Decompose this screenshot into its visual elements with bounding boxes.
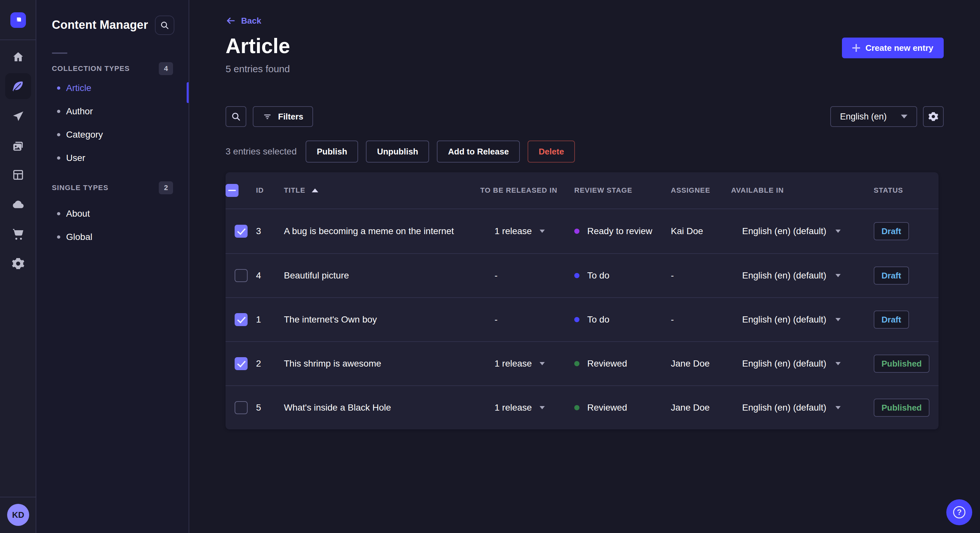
sidebar-item-label: Author	[66, 106, 93, 117]
cell-release[interactable]: -	[480, 270, 574, 281]
publish-button[interactable]: Publish	[305, 141, 358, 163]
cell-status: Draft	[874, 222, 939, 240]
cell-title: This shrimp is awesome	[284, 359, 480, 369]
list-settings-gear-icon[interactable]	[923, 106, 944, 127]
workspace-switcher[interactable]	[0, 0, 36, 40]
sidebar-item-user[interactable]: User	[36, 146, 189, 170]
arrow-left-icon	[226, 16, 236, 26]
layout-icon[interactable]	[5, 162, 31, 188]
row-checkbox[interactable]	[235, 269, 248, 282]
delete-button[interactable]: Delete	[528, 141, 575, 163]
cell-release[interactable]: 1 release	[480, 403, 574, 413]
table-row[interactable]: 5 What's inside a Black Hole 1 release R…	[226, 385, 939, 429]
cell-assignee: Kai Doe	[671, 226, 731, 236]
create-label: Create new entry	[865, 43, 933, 53]
cell-review-stage: Ready to review	[574, 226, 671, 236]
cell-review-stage: Reviewed	[574, 359, 671, 369]
column-header-status[interactable]: STATUS	[874, 186, 939, 195]
bullet-icon	[57, 86, 60, 90]
search-icon[interactable]	[155, 16, 174, 35]
cart-icon[interactable]	[5, 221, 31, 247]
bullet-icon	[57, 235, 60, 239]
paper-plane-icon[interactable]	[5, 104, 31, 130]
locale-select[interactable]: English (en)	[830, 106, 917, 127]
home-icon[interactable]	[5, 44, 31, 70]
help-button[interactable]	[946, 499, 972, 525]
column-header-assignee[interactable]: ASSIGNEE	[671, 186, 731, 195]
sidebar-item-category[interactable]: Category	[36, 123, 189, 146]
feather-icon[interactable]	[5, 73, 31, 99]
stage-dot-icon	[574, 273, 579, 278]
chevron-down-icon	[901, 115, 907, 119]
question-mark-icon	[953, 506, 966, 519]
entries-table: ID TITLE TO BE RELEASED IN REVIEW STAGE …	[226, 172, 939, 429]
main-nav-rail: KD	[0, 0, 36, 533]
section-label: SINGLE TYPES	[52, 184, 108, 192]
cell-release[interactable]: -	[480, 314, 574, 325]
sidebar-item-global[interactable]: Global	[36, 225, 189, 249]
unpublish-button[interactable]: Unpublish	[366, 141, 429, 163]
row-checkbox[interactable]	[235, 401, 248, 414]
back-link[interactable]: Back	[226, 16, 261, 26]
section-count-badge: 4	[159, 62, 173, 75]
cell-review-stage: To do	[574, 270, 671, 281]
cell-available-in[interactable]: English (en) (default)	[731, 403, 874, 413]
content-manager-sidebar: Content Manager COLLECTION TYPES 4 Artic…	[36, 0, 189, 533]
sidebar-title: Content Manager	[52, 18, 148, 32]
cell-available-in[interactable]: English (en) (default)	[731, 270, 874, 281]
chevron-down-icon	[539, 362, 545, 365]
media-library-icon[interactable]	[5, 133, 31, 159]
row-checkbox[interactable]	[235, 225, 248, 238]
avatar[interactable]: KD	[7, 504, 29, 526]
table-row[interactable]: 1 The internet's Own boy - To do - Engli…	[226, 297, 939, 341]
sidebar-item-about[interactable]: About	[36, 202, 189, 225]
section-label: COLLECTION TYPES	[52, 65, 130, 73]
sidebar-item-article[interactable]: Article	[36, 76, 189, 100]
cell-release[interactable]: 1 release	[480, 226, 574, 236]
column-header-stage[interactable]: REVIEW STAGE	[574, 186, 671, 195]
bullet-icon	[57, 156, 60, 160]
cell-id: 2	[256, 359, 284, 369]
cell-assignee: Jane Doe	[671, 359, 731, 369]
filters-button[interactable]: Filters	[253, 106, 313, 127]
sidebar-item-author[interactable]: Author	[36, 100, 189, 123]
table-row[interactable]: 2 This shrimp is awesome 1 release Revie…	[226, 341, 939, 385]
row-checkbox[interactable]	[235, 357, 248, 370]
cell-status: Published	[874, 399, 939, 417]
column-header-id[interactable]: ID	[256, 186, 284, 195]
column-header-title[interactable]: TITLE	[284, 186, 480, 195]
cell-release[interactable]: 1 release	[480, 359, 574, 369]
stage-dot-icon	[574, 361, 579, 366]
chevron-down-icon	[539, 406, 545, 409]
column-header-available-in[interactable]: AVAILABLE IN	[731, 186, 874, 195]
cell-assignee: -	[671, 314, 731, 325]
cell-title: Beautiful picture	[284, 270, 480, 281]
cell-available-in[interactable]: English (en) (default)	[731, 226, 874, 236]
status-badge: Draft	[874, 266, 909, 285]
gear-icon[interactable]	[5, 251, 31, 276]
cell-available-in[interactable]: English (en) (default)	[731, 314, 874, 325]
cell-available-in[interactable]: English (en) (default)	[731, 359, 874, 369]
chevron-down-icon	[835, 318, 841, 321]
selection-bar: 3 entries selected Publish Unpublish Add…	[226, 141, 944, 163]
cell-id: 3	[256, 226, 284, 236]
row-checkbox[interactable]	[235, 313, 248, 326]
select-all-checkbox[interactable]	[226, 184, 239, 197]
table-row[interactable]: 3 A bug is becoming a meme on the intern…	[226, 209, 939, 253]
cloud-icon[interactable]	[5, 192, 31, 217]
cell-assignee: -	[671, 270, 731, 281]
status-badge: Published	[874, 355, 929, 373]
column-header-release[interactable]: TO BE RELEASED IN	[480, 186, 574, 195]
bullet-icon	[57, 110, 60, 113]
sidebar-item-label: About	[66, 209, 90, 219]
add-to-release-button[interactable]: Add to Release	[437, 141, 520, 163]
table-row[interactable]: 4 Beautiful picture - To do - English (e…	[226, 253, 939, 297]
single-types-header: SINGLE TYPES 2	[36, 180, 189, 195]
cell-title: What's inside a Black Hole	[284, 403, 480, 413]
main-content: Back Article 5 entries found Create new …	[189, 0, 980, 533]
rail-divider	[0, 497, 36, 497]
stage-dot-icon	[574, 405, 579, 410]
create-new-entry-button[interactable]: Create new entry	[842, 38, 944, 58]
search-icon[interactable]	[226, 106, 246, 127]
sidebar-item-label: Global	[66, 232, 92, 242]
